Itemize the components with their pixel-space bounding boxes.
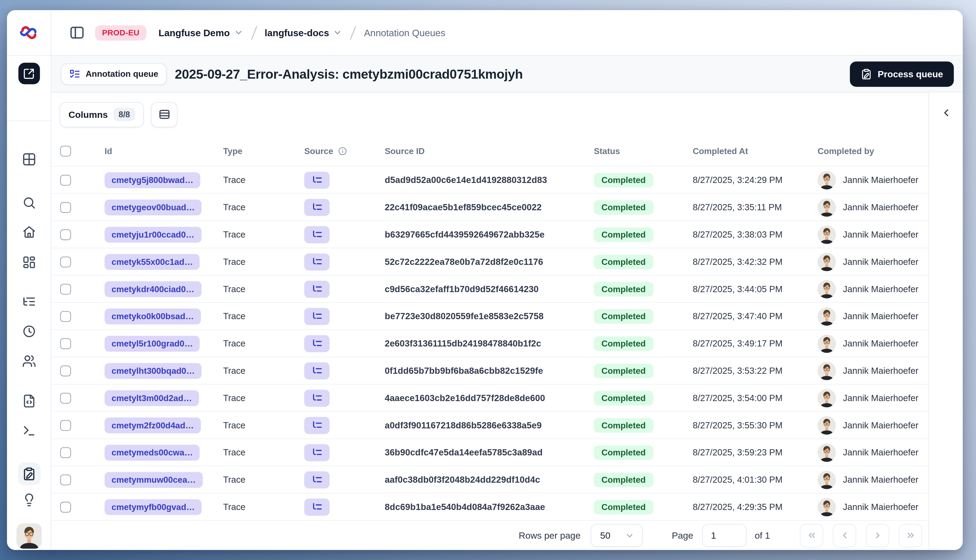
column-header-source[interactable]: Source xyxy=(295,146,376,156)
avatar-image xyxy=(818,362,836,380)
table-row[interactable]: cmetyl5r100grad0… Trace 2e603f31361115db… xyxy=(52,330,928,357)
row-checkbox[interactable] xyxy=(60,256,71,267)
table-row[interactable]: cmetygeov00buad… Trace 22c41f09acae5b1ef… xyxy=(52,194,928,221)
table-row[interactable]: cmetykdr400ciad0… Trace c9d56ca32efaff1b… xyxy=(52,276,928,303)
sidebar-toggle-button[interactable] xyxy=(68,24,85,41)
process-queue-button[interactable]: Process queue xyxy=(850,61,954,87)
row-id-badge[interactable]: cmetyju1r00ccad0… xyxy=(105,227,202,242)
table-row[interactable]: cmetymmuw00cea… Trace aaf0c38db0f3f2048b… xyxy=(52,466,928,493)
row-checkbox[interactable] xyxy=(60,175,71,185)
sidebar-item-insights[interactable] xyxy=(22,493,36,507)
row-source-trace-icon[interactable] xyxy=(304,498,330,515)
table-row[interactable]: cmetyko0k00bsad… Trace be7723e30d8020559… xyxy=(52,303,928,330)
column-header-type[interactable]: Type xyxy=(214,146,295,156)
row-source-trace-icon[interactable] xyxy=(304,172,330,188)
user-avatar[interactable] xyxy=(16,523,42,548)
row-height-button[interactable] xyxy=(151,102,177,127)
row-source-trace-icon[interactable] xyxy=(304,389,330,406)
sidebar-item-tables[interactable] xyxy=(22,152,36,167)
table-row[interactable]: cmetylt3m00d2ad… Trace 4aaece1603cb2e16d… xyxy=(52,385,928,412)
row-source-trace-icon[interactable] xyxy=(304,444,330,461)
row-id-badge[interactable]: cmetylt3m00d2ad… xyxy=(105,390,199,406)
row-completed-by: Jannik Maierhoefer xyxy=(809,388,928,407)
sidebar-item-sessions[interactable] xyxy=(22,324,36,338)
langfuse-logo[interactable] xyxy=(7,10,52,55)
row-checkbox[interactable] xyxy=(60,365,71,376)
sidebar-item-home[interactable] xyxy=(22,225,36,239)
row-checkbox[interactable] xyxy=(60,420,71,430)
row-checkbox[interactable] xyxy=(60,311,71,322)
completed-by-avatar xyxy=(818,307,836,325)
row-checkbox[interactable] xyxy=(60,338,71,349)
row-checkbox[interactable] xyxy=(60,474,71,485)
list-tree-icon xyxy=(312,256,322,267)
sidebar-item-dashboards[interactable] xyxy=(22,255,36,270)
row-source-trace-icon[interactable] xyxy=(304,417,330,433)
row-source-trace-icon[interactable] xyxy=(304,280,330,297)
table-row[interactable]: cmetymeds00cwa… Trace 36b90cdfc47e5da14e… xyxy=(52,439,928,466)
row-id-badge[interactable]: cmetymmuw00cea… xyxy=(105,472,203,488)
row-source-trace-icon[interactable] xyxy=(304,198,330,216)
table-row[interactable]: cmetyg5j800bwad… Trace d5ad9d52a00c6e14e… xyxy=(52,167,928,194)
row-id-badge[interactable]: cmetylht300bqad0… xyxy=(105,363,202,378)
row-id-badge[interactable]: cmetyko0k00bsad… xyxy=(105,308,201,324)
open-external-button[interactable] xyxy=(18,63,40,84)
page-number-input[interactable] xyxy=(702,524,746,547)
column-header-id[interactable]: Id xyxy=(96,146,214,156)
table-row[interactable]: cmetylht300bqad0… Trace 0f1dd65b7bb9bf6b… xyxy=(52,357,928,385)
queue-type-badge[interactable]: Annotation queue xyxy=(61,63,167,85)
environment-badge[interactable]: PROD-EU xyxy=(95,25,147,40)
row-checkbox[interactable] xyxy=(60,447,71,458)
table-row[interactable]: cmetym2fz00d4ad… Trace a0df3f901167218d8… xyxy=(52,412,928,439)
column-header-source-id[interactable]: Source ID xyxy=(376,146,585,156)
next-page-button[interactable] xyxy=(866,523,889,547)
completed-by-name: Jannik Maierhoefer xyxy=(843,284,918,294)
select-all-checkbox[interactable] xyxy=(60,146,71,157)
list-tree-icon xyxy=(312,365,322,376)
row-source-trace-icon[interactable] xyxy=(304,308,330,325)
breadcrumb-separator xyxy=(250,24,259,41)
columns-button[interactable]: Columns 8/8 xyxy=(60,102,144,127)
row-checkbox[interactable] xyxy=(60,283,71,294)
row-id-badge[interactable]: cmetyk55x00c1ad… xyxy=(105,254,200,270)
table-row[interactable]: cmetyju1r00ccad0… Trace b63297665cfd4439… xyxy=(52,221,928,248)
table-row[interactable]: cmetymyfb00gvad… Trace 8dc69b1ba1e540b4d… xyxy=(52,493,928,521)
column-header-completed-by[interactable]: Completed by xyxy=(809,146,928,156)
row-id-badge[interactable]: cmetymeds00cwa… xyxy=(105,444,200,460)
completed-by-avatar xyxy=(818,362,836,380)
rows-per-page-select[interactable]: 50 xyxy=(591,524,642,547)
sidebar-item-users[interactable] xyxy=(22,354,36,368)
breadcrumb-project[interactable]: langfuse-docs xyxy=(265,27,342,38)
row-source-trace-icon[interactable] xyxy=(304,362,330,379)
row-id-badge[interactable]: cmetykdr400ciad0… xyxy=(105,281,202,297)
row-source-trace-icon[interactable] xyxy=(304,471,330,488)
row-checkbox[interactable] xyxy=(60,229,71,240)
row-id-badge[interactable]: cmetyl5r100grad0… xyxy=(105,335,200,352)
row-checkbox[interactable] xyxy=(60,202,71,213)
row-completed-by: Jannik Maierhoefer xyxy=(809,307,928,325)
row-id-badge[interactable]: cmetygeov00buad… xyxy=(105,199,202,215)
row-source-trace-icon[interactable] xyxy=(304,335,330,352)
collapse-panel-button[interactable] xyxy=(938,104,955,122)
sidebar-item-playground[interactable] xyxy=(22,424,36,438)
list-tree-icon xyxy=(312,202,322,213)
table-row[interactable]: cmetyk55x00c1ad… Trace 52c72c2222ea78e0b… xyxy=(52,248,928,276)
sidebar-item-prompts[interactable] xyxy=(22,394,36,408)
first-page-button[interactable] xyxy=(800,523,823,547)
row-checkbox[interactable] xyxy=(60,392,71,403)
last-page-button[interactable] xyxy=(899,523,922,547)
column-header-completed-at[interactable]: Completed At xyxy=(684,146,809,156)
sidebar-item-search[interactable] xyxy=(22,196,36,210)
row-checkbox[interactable] xyxy=(60,502,71,512)
row-id-badge[interactable]: cmetymyfb00gvad… xyxy=(105,499,202,515)
completed-by-avatar xyxy=(818,225,836,243)
previous-page-button[interactable] xyxy=(833,523,856,547)
row-id-badge[interactable]: cmetyg5j800bwad… xyxy=(105,172,200,188)
sidebar-item-annotation-queues-active[interactable] xyxy=(17,462,40,485)
row-source-trace-icon[interactable] xyxy=(304,226,330,243)
breadcrumb-org[interactable]: Langfuse Demo xyxy=(158,27,243,38)
sidebar-item-traces[interactable] xyxy=(22,295,36,308)
row-source-trace-icon[interactable] xyxy=(304,253,330,270)
row-id-badge[interactable]: cmetym2fz00d4ad… xyxy=(105,417,201,433)
column-header-status[interactable]: Status xyxy=(585,146,684,156)
